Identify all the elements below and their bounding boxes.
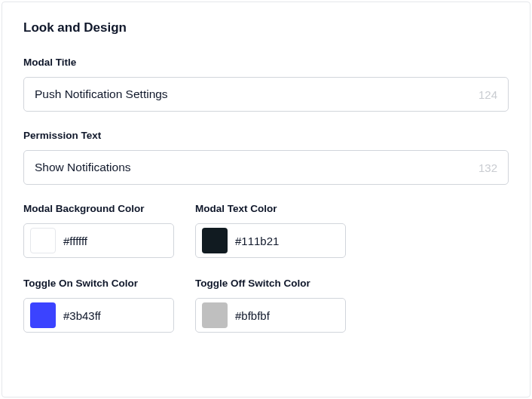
section-title: Look and Design <box>23 20 509 35</box>
permission-text-field: Permission Text 132 <box>23 130 509 185</box>
look-and-design-panel: Look and Design Modal Title 124 Permissi… <box>2 2 530 397</box>
modal-text-color-input[interactable]: #111b21 <box>195 223 346 258</box>
modal-title-input[interactable] <box>35 87 478 101</box>
toggle-on-color-value: #3b43ff <box>63 309 101 322</box>
modal-title-field: Modal Title 124 <box>23 57 509 112</box>
modal-title-input-wrapper[interactable]: 124 <box>23 77 509 112</box>
toggle-off-color-value: #bfbfbf <box>235 309 270 322</box>
modal-title-label: Modal Title <box>23 57 509 68</box>
color-row-2: Toggle On Switch Color #3b43ff Toggle Of… <box>23 278 509 333</box>
modal-background-color-value: #ffffff <box>63 235 87 247</box>
modal-background-color-input[interactable]: #ffffff <box>23 223 174 258</box>
modal-background-color-swatch <box>30 228 56 253</box>
toggle-off-color-swatch <box>202 302 228 328</box>
permission-text-label: Permission Text <box>23 130 509 141</box>
toggle-on-color-input[interactable]: #3b43ff <box>23 298 174 333</box>
toggle-off-color-field: Toggle Off Switch Color #bfbfbf <box>195 278 346 333</box>
modal-title-charcount: 124 <box>478 88 497 101</box>
permission-text-input-wrapper[interactable]: 132 <box>23 150 509 185</box>
toggle-off-color-input[interactable]: #bfbfbf <box>195 298 346 333</box>
modal-background-color-field: Modal Background Color #ffffff <box>23 203 174 258</box>
modal-text-color-label: Modal Text Color <box>195 203 346 214</box>
modal-text-color-value: #111b21 <box>235 235 279 247</box>
toggle-on-color-label: Toggle On Switch Color <box>23 278 174 289</box>
modal-background-color-label: Modal Background Color <box>23 203 174 214</box>
modal-text-color-swatch <box>202 228 228 253</box>
toggle-on-color-field: Toggle On Switch Color #3b43ff <box>23 278 174 333</box>
permission-text-charcount: 132 <box>478 161 497 174</box>
toggle-on-color-swatch <box>30 302 56 328</box>
color-row-1: Modal Background Color #ffffff Modal Tex… <box>23 203 509 258</box>
modal-text-color-field: Modal Text Color #111b21 <box>195 203 346 258</box>
toggle-off-color-label: Toggle Off Switch Color <box>195 278 346 289</box>
permission-text-input[interactable] <box>35 161 478 174</box>
